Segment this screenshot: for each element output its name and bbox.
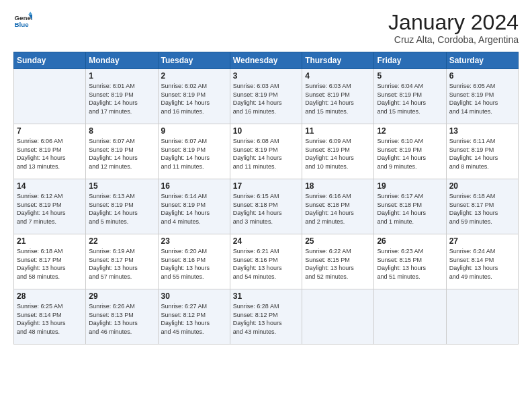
table-row: 5Sunrise: 6:04 AMSunset: 8:19 PMDaylight… — [374, 69, 446, 124]
table-row: 11Sunrise: 6:09 AMSunset: 8:19 PMDayligh… — [302, 124, 374, 179]
month-title: January 2024 — [388, 11, 519, 34]
table-row: 1Sunrise: 6:01 AMSunset: 8:19 PMDaylight… — [86, 69, 158, 124]
day-number: 9 — [161, 126, 227, 136]
day-number: 26 — [377, 236, 443, 246]
logo: General Blue — [13, 11, 32, 30]
day-info: Sunrise: 6:01 AMSunset: 8:19 PMDaylight:… — [89, 82, 154, 116]
day-number: 14 — [17, 181, 83, 191]
day-number: 15 — [89, 181, 154, 191]
day-info: Sunrise: 6:10 AMSunset: 8:19 PMDaylight:… — [377, 137, 443, 171]
day-info: Sunrise: 6:16 AMSunset: 8:18 PMDaylight:… — [305, 192, 371, 226]
table-row — [446, 289, 518, 345]
table-row — [14, 69, 86, 124]
weekday-header-row: Sunday Monday Tuesday Wednesday Thursday… — [14, 52, 519, 69]
header-monday: Monday — [86, 52, 158, 69]
table-row: 29Sunrise: 6:26 AMSunset: 8:13 PMDayligh… — [86, 289, 158, 345]
table-row: 6Sunrise: 6:05 AMSunset: 8:19 PMDaylight… — [446, 69, 518, 124]
day-info: Sunrise: 6:18 AMSunset: 8:17 PMDaylight:… — [449, 192, 515, 226]
day-number: 1 — [89, 71, 154, 81]
table-row: 31Sunrise: 6:28 AMSunset: 8:12 PMDayligh… — [230, 289, 302, 345]
table-row: 3Sunrise: 6:03 AMSunset: 8:19 PMDaylight… — [230, 69, 302, 124]
day-number: 28 — [17, 291, 83, 301]
day-info: Sunrise: 6:22 AMSunset: 8:15 PMDaylight:… — [305, 247, 371, 281]
table-row: 10Sunrise: 6:08 AMSunset: 8:19 PMDayligh… — [230, 124, 302, 179]
day-info: Sunrise: 6:03 AMSunset: 8:19 PMDaylight:… — [305, 82, 371, 116]
day-info: Sunrise: 6:18 AMSunset: 8:17 PMDaylight:… — [17, 247, 83, 281]
day-info: Sunrise: 6:06 AMSunset: 8:19 PMDaylight:… — [17, 137, 83, 171]
table-row: 16Sunrise: 6:14 AMSunset: 8:19 PMDayligh… — [158, 179, 230, 234]
day-info: Sunrise: 6:21 AMSunset: 8:16 PMDaylight:… — [233, 247, 299, 281]
table-row: 9Sunrise: 6:07 AMSunset: 8:19 PMDaylight… — [158, 124, 230, 179]
day-info: Sunrise: 6:11 AMSunset: 8:19 PMDaylight:… — [449, 137, 515, 171]
day-number: 22 — [89, 236, 154, 246]
table-row: 8Sunrise: 6:07 AMSunset: 8:19 PMDaylight… — [86, 124, 158, 179]
calendar-week-row: 1Sunrise: 6:01 AMSunset: 8:19 PMDaylight… — [14, 69, 519, 124]
day-info: Sunrise: 6:13 AMSunset: 8:19 PMDaylight:… — [89, 192, 154, 226]
table-row: 28Sunrise: 6:25 AMSunset: 8:14 PMDayligh… — [14, 289, 86, 345]
title-block: January 2024 Cruz Alta, Cordoba, Argenti… — [388, 11, 519, 45]
day-info: Sunrise: 6:25 AMSunset: 8:14 PMDaylight:… — [17, 302, 83, 336]
day-number: 20 — [449, 181, 515, 191]
header-sunday: Sunday — [14, 52, 86, 69]
logo-icon: General Blue — [13, 11, 32, 30]
day-number: 11 — [305, 126, 371, 136]
table-row: 23Sunrise: 6:20 AMSunset: 8:16 PMDayligh… — [158, 234, 230, 289]
table-row — [374, 289, 446, 345]
day-info: Sunrise: 6:17 AMSunset: 8:18 PMDaylight:… — [377, 192, 443, 226]
table-row: 12Sunrise: 6:10 AMSunset: 8:19 PMDayligh… — [374, 124, 446, 179]
day-info: Sunrise: 6:08 AMSunset: 8:19 PMDaylight:… — [233, 137, 299, 171]
day-number: 25 — [305, 236, 371, 246]
header-wednesday: Wednesday — [230, 52, 302, 69]
day-number: 18 — [305, 181, 371, 191]
day-number: 27 — [449, 236, 515, 246]
table-row: 25Sunrise: 6:22 AMSunset: 8:15 PMDayligh… — [302, 234, 374, 289]
table-row: 17Sunrise: 6:15 AMSunset: 8:18 PMDayligh… — [230, 179, 302, 234]
day-number: 24 — [233, 236, 299, 246]
day-info: Sunrise: 6:23 AMSunset: 8:15 PMDaylight:… — [377, 247, 443, 281]
day-info: Sunrise: 6:07 AMSunset: 8:19 PMDaylight:… — [89, 137, 154, 171]
table-row: 20Sunrise: 6:18 AMSunset: 8:17 PMDayligh… — [446, 179, 518, 234]
header-saturday: Saturday — [446, 52, 518, 69]
day-number: 3 — [233, 71, 299, 81]
table-row: 27Sunrise: 6:24 AMSunset: 8:14 PMDayligh… — [446, 234, 518, 289]
day-number: 17 — [233, 181, 299, 191]
day-info: Sunrise: 6:28 AMSunset: 8:12 PMDaylight:… — [233, 302, 299, 336]
calendar-week-row: 21Sunrise: 6:18 AMSunset: 8:17 PMDayligh… — [14, 234, 519, 289]
day-info: Sunrise: 6:19 AMSunset: 8:17 PMDaylight:… — [89, 247, 154, 281]
day-number: 12 — [377, 126, 443, 136]
day-info: Sunrise: 6:07 AMSunset: 8:19 PMDaylight:… — [161, 137, 227, 171]
day-info: Sunrise: 6:09 AMSunset: 8:19 PMDaylight:… — [305, 137, 371, 171]
day-info: Sunrise: 6:05 AMSunset: 8:19 PMDaylight:… — [449, 82, 515, 116]
day-info: Sunrise: 6:04 AMSunset: 8:19 PMDaylight:… — [377, 82, 443, 116]
svg-marker-3 — [28, 11, 32, 14]
header-tuesday: Tuesday — [158, 52, 230, 69]
table-row: 7Sunrise: 6:06 AMSunset: 8:19 PMDaylight… — [14, 124, 86, 179]
table-row: 26Sunrise: 6:23 AMSunset: 8:15 PMDayligh… — [374, 234, 446, 289]
day-number: 2 — [161, 71, 227, 81]
calendar-week-row: 7Sunrise: 6:06 AMSunset: 8:19 PMDaylight… — [14, 124, 519, 179]
table-row — [302, 289, 374, 345]
day-number: 30 — [161, 291, 227, 301]
day-info: Sunrise: 6:27 AMSunset: 8:12 PMDaylight:… — [161, 302, 227, 336]
day-number: 5 — [377, 71, 443, 81]
table-row: 19Sunrise: 6:17 AMSunset: 8:18 PMDayligh… — [374, 179, 446, 234]
header-friday: Friday — [374, 52, 446, 69]
table-row: 30Sunrise: 6:27 AMSunset: 8:12 PMDayligh… — [158, 289, 230, 345]
day-number: 6 — [449, 71, 515, 81]
table-row: 24Sunrise: 6:21 AMSunset: 8:16 PMDayligh… — [230, 234, 302, 289]
day-info: Sunrise: 6:14 AMSunset: 8:19 PMDaylight:… — [161, 192, 227, 226]
day-number: 21 — [17, 236, 83, 246]
day-number: 4 — [305, 71, 371, 81]
day-number: 8 — [89, 126, 154, 136]
header-thursday: Thursday — [302, 52, 374, 69]
table-row: 2Sunrise: 6:02 AMSunset: 8:19 PMDaylight… — [158, 69, 230, 124]
day-number: 16 — [161, 181, 227, 191]
day-number: 13 — [449, 126, 515, 136]
day-number: 31 — [233, 291, 299, 301]
table-row: 4Sunrise: 6:03 AMSunset: 8:19 PMDaylight… — [302, 69, 374, 124]
calendar-week-row: 14Sunrise: 6:12 AMSunset: 8:19 PMDayligh… — [14, 179, 519, 234]
calendar-week-row: 28Sunrise: 6:25 AMSunset: 8:14 PMDayligh… — [14, 289, 519, 345]
day-number: 10 — [233, 126, 299, 136]
table-row: 13Sunrise: 6:11 AMSunset: 8:19 PMDayligh… — [446, 124, 518, 179]
day-number: 7 — [17, 126, 83, 136]
